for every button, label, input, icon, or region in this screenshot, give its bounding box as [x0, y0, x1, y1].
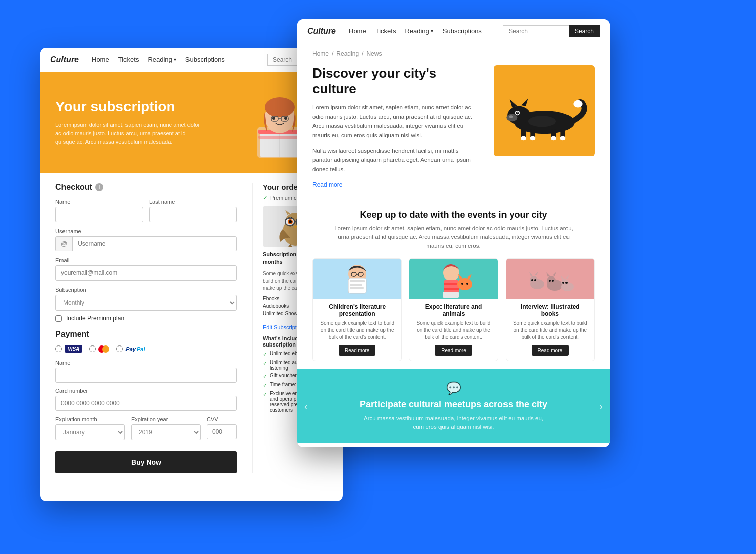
card-title-1: Expo: literature and animals [414, 303, 492, 317]
back-nav-reading[interactable]: Reading [148, 56, 176, 63]
back-nav-tickets[interactable]: Tickets [118, 56, 139, 63]
card-btn-2[interactable]: Read more [532, 345, 569, 356]
svg-point-65 [549, 280, 551, 282]
cards-row: Children's literature presentation Some … [312, 258, 595, 361]
card-body-2: Interview: Illustrated books Some quick … [506, 299, 594, 361]
mc-radio[interactable] [89, 345, 96, 352]
exp-month-group: Expiration month January [55, 416, 125, 440]
lastname-group: Last name [149, 199, 237, 222]
card-0: Children's literature presentation Some … [312, 258, 402, 361]
svg-point-66 [552, 280, 554, 282]
check-icon-0: ✓ [263, 351, 267, 358]
card-text-1: Some quick example text to build on the … [414, 320, 492, 341]
svg-point-56 [461, 283, 463, 285]
card-2: Interview: Illustrated books Some quick … [506, 258, 595, 361]
check-icon-4: ✓ [263, 391, 267, 398]
svg-point-39 [516, 112, 519, 115]
back-nav-home[interactable]: Home [92, 56, 109, 63]
front-nav-reading[interactable]: Reading [405, 27, 433, 35]
card-name-input[interactable] [55, 368, 237, 383]
breadcrumb-sep-2: / [362, 50, 363, 57]
email-group: Email [55, 257, 237, 281]
exp-row: Expiration month January Expiration year… [55, 416, 237, 440]
check-icon-2: ✓ [263, 373, 267, 380]
lastname-input[interactable] [149, 207, 237, 222]
card-name-group: Name [55, 360, 237, 383]
info-icon[interactable]: i [95, 183, 103, 191]
cta-next-arrow[interactable]: › [599, 400, 603, 412]
card-title-0: Children's literature presentation [318, 303, 396, 317]
fox-svg [496, 81, 592, 141]
mc-right [102, 345, 109, 353]
card-number-input[interactable] [55, 396, 237, 411]
name-input[interactable] [55, 207, 143, 222]
svg-point-42 [528, 116, 556, 127]
cta-desc: Arcu massa vestibulum malesuada, integer… [358, 414, 549, 432]
cvv-group: CVV [207, 416, 237, 440]
article-image [494, 65, 595, 156]
email-input[interactable] [55, 265, 237, 281]
exp-year-group: Expiration year 2019 [131, 416, 201, 440]
visa-option[interactable]: VISA [55, 345, 82, 353]
check-icon-1: ✓ [263, 360, 267, 367]
premium-checkbox[interactable] [55, 315, 62, 322]
svg-rect-52 [444, 280, 459, 293]
svg-point-33 [551, 136, 556, 140]
premium-label: Include Premium plan [66, 315, 124, 322]
front-nav: Culture Home Tickets Reading Subscriptio… [297, 19, 610, 43]
mastercard-option[interactable] [89, 345, 109, 353]
front-nav-tickets[interactable]: Tickets [375, 27, 396, 35]
back-nav-subscriptions[interactable]: Subscriptions [185, 56, 225, 63]
front-search-button[interactable]: Search [569, 25, 600, 37]
paypal-radio[interactable] [116, 345, 123, 352]
username-wrap: @ [55, 236, 237, 251]
checkout-title: Checkout i [55, 183, 237, 192]
visa-radio[interactable] [55, 345, 62, 352]
checkout-left: Checkout i Name Last name Username @ [55, 183, 237, 473]
svg-rect-47 [350, 287, 364, 289]
card-illus-2 [525, 259, 575, 299]
subscription-select[interactable]: Monthly [55, 295, 237, 311]
card-number-group: Card number [55, 388, 237, 411]
svg-point-34 [560, 136, 565, 140]
svg-point-40 [517, 112, 518, 113]
visa-badge: VISA [65, 345, 82, 353]
cvv-input[interactable] [207, 424, 237, 439]
events-section: Keep up to date with the events in your … [297, 199, 610, 369]
cta-prev-arrow[interactable]: ‹ [304, 400, 308, 412]
card-btn-1[interactable]: Read more [435, 345, 472, 356]
card-illus-0 [332, 259, 383, 299]
subscription-group: Subscription Monthly [55, 287, 237, 311]
username-input[interactable] [73, 237, 236, 251]
breadcrumb: Home / Reading / News [297, 43, 610, 60]
svg-point-62 [534, 279, 536, 281]
article-read-more[interactable]: Read more [312, 181, 342, 188]
front-nav-subscriptions[interactable]: Subscriptions [443, 27, 482, 35]
front-search-input[interactable] [503, 25, 569, 37]
svg-point-7 [272, 117, 275, 120]
breadcrumb-reading[interactable]: Reading [336, 50, 359, 57]
events-desc: Lorem ipsum dolor sit amet, sapien etiam… [333, 224, 575, 250]
back-hero-body: Lorem ipsum dolor sit amet, sapien etiam… [55, 121, 207, 146]
front-window: Culture Home Tickets Reading Subscriptio… [297, 19, 610, 447]
card-text-0: Some quick example text to build on the … [318, 320, 396, 341]
breadcrumb-home[interactable]: Home [312, 50, 329, 57]
svg-rect-45 [350, 280, 365, 282]
svg-point-57 [466, 283, 468, 285]
paypal-p2: Pal [137, 346, 145, 352]
card-img-0 [313, 259, 401, 299]
buy-now-button[interactable]: Buy Now [55, 451, 237, 473]
svg-rect-53 [444, 283, 459, 285]
svg-rect-58 [443, 292, 459, 298]
card-illus-1 [428, 259, 479, 299]
exp-year-select[interactable]: 2019 [131, 424, 201, 440]
paypal-option[interactable]: PayPal [116, 345, 145, 352]
mc-badge [98, 345, 109, 353]
exp-year-label: Expiration year [131, 416, 201, 422]
card-btn-0[interactable]: Read more [339, 345, 375, 356]
card-body-1: Expo: literature and animals Some quick … [409, 299, 497, 361]
back-hero-title: Your subscription [55, 99, 207, 115]
premium-check-icon: ✓ [263, 194, 268, 201]
front-nav-home[interactable]: Home [349, 27, 366, 35]
exp-month-select[interactable]: January [55, 424, 125, 440]
